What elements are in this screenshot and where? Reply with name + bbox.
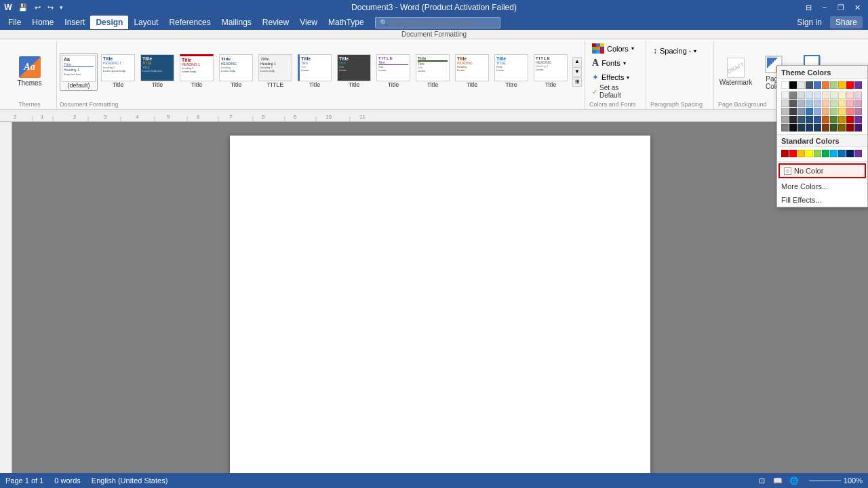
fill-effects-option[interactable]: Fill Effects... — [777, 193, 867, 207]
theme-shade-cell[interactable] — [789, 100, 797, 107]
theme-shade-cell[interactable] — [854, 108, 862, 115]
theme-shade-cell[interactable] — [838, 108, 846, 115]
restore-button[interactable]: ❐ — [833, 1, 849, 14]
theme-shade-cell[interactable] — [814, 116, 821, 123]
standard-color-cell[interactable] — [846, 150, 854, 157]
theme-shade-cell[interactable] — [814, 124, 821, 131]
menu-insert[interactable]: Insert — [59, 16, 90, 29]
qat-customize[interactable]: ▾ — [58, 3, 64, 12]
standard-color-cell[interactable] — [830, 150, 837, 157]
theme-shade-cell[interactable] — [806, 116, 813, 123]
gallery-item-3[interactable]: Title HEADING 1 heading 2 Lorem body Tit… — [178, 53, 216, 91]
theme-shade-cell[interactable] — [814, 100, 821, 107]
theme-shade-cell[interactable] — [781, 100, 789, 107]
gallery-item-4[interactable]: Title Heading heading Lorem body Title — [217, 53, 255, 91]
word-count[interactable]: 0 words — [54, 476, 81, 485]
theme-shade-cell[interactable] — [806, 100, 813, 107]
gallery-item-0[interactable]: Aa Title Heading 1 Body text here (defau… — [60, 53, 98, 91]
theme-shade-cell[interactable] — [838, 92, 846, 99]
theme-shade-cell[interactable] — [846, 108, 854, 115]
theme-shade-cell[interactable] — [806, 108, 813, 115]
theme-shade-cell[interactable] — [797, 116, 805, 123]
gallery-item-7[interactable]: Title Titre Sub Lorem Title — [335, 53, 373, 91]
theme-color-cell[interactable] — [846, 81, 854, 89]
menu-references[interactable]: References — [163, 16, 216, 29]
theme-shade-cell[interactable] — [781, 92, 789, 99]
theme-shade-cell[interactable] — [789, 92, 797, 99]
theme-shade-cell[interactable] — [854, 92, 862, 99]
themes-big-button[interactable]: Aa Themes — [16, 54, 44, 89]
theme-shade-cell[interactable] — [797, 92, 805, 99]
theme-shade-cell[interactable] — [814, 108, 821, 115]
theme-shade-cell[interactable] — [789, 124, 797, 131]
search-input[interactable] — [391, 19, 496, 26]
minimize-button[interactable]: − — [816, 1, 833, 14]
standard-color-cell[interactable] — [854, 150, 862, 157]
theme-shade-cell[interactable] — [846, 116, 854, 123]
ribbon-display-options[interactable]: ⊟ — [800, 1, 816, 14]
gallery-item-12[interactable]: Title HEADING Heading 2 Lorem Title — [532, 53, 570, 91]
close-button[interactable]: ✕ — [849, 1, 865, 14]
theme-shade-cell[interactable] — [806, 124, 813, 131]
menu-design[interactable]: Design — [90, 16, 128, 29]
gallery-scroll-down[interactable]: ▼ — [572, 67, 582, 77]
fonts-button[interactable]: A Fonts ▾ — [589, 56, 637, 70]
gallery-scroll-up[interactable]: ▲ — [572, 57, 582, 66]
theme-shade-cell[interactable] — [854, 100, 862, 107]
standard-color-cell[interactable] — [806, 150, 813, 157]
page-indicator[interactable]: Page 1 of 1 — [5, 476, 43, 485]
theme-color-cell[interactable] — [781, 81, 789, 89]
web-layout-view[interactable]: 🌐 — [787, 475, 801, 486]
theme-shade-cell[interactable] — [830, 92, 837, 99]
standard-color-cell[interactable] — [822, 150, 829, 157]
theme-shade-cell[interactable] — [806, 92, 813, 99]
gallery-item-6[interactable]: Title Titre Sub Lorem Title — [296, 53, 334, 91]
menu-mathtype[interactable]: MathType — [323, 16, 370, 29]
language[interactable]: English (United States) — [92, 476, 168, 485]
theme-shade-cell[interactable] — [781, 116, 789, 123]
qat-undo[interactable]: ↩ — [33, 3, 43, 13]
menu-file[interactable]: File — [3, 16, 26, 29]
standard-color-cell[interactable] — [838, 150, 846, 157]
no-color-option[interactable]: ⊘ No Color — [778, 163, 866, 178]
theme-shade-cell[interactable] — [830, 108, 837, 115]
theme-shade-cell[interactable] — [830, 116, 837, 123]
gallery-item-9[interactable]: Title Titre Sub Lorem Title — [414, 53, 452, 91]
effects-button[interactable]: ✦ Effects ▾ — [589, 71, 637, 83]
menu-layout[interactable]: Layout — [128, 16, 163, 29]
standard-color-cell[interactable] — [797, 150, 805, 157]
theme-color-cell[interactable] — [822, 81, 829, 89]
theme-shade-cell[interactable] — [846, 100, 854, 107]
theme-shade-cell[interactable] — [822, 108, 829, 115]
standard-color-cell[interactable] — [789, 150, 797, 157]
gallery-item-10[interactable]: Title HEADING heading Lorem Title — [453, 53, 491, 91]
gallery-item-2[interactable]: Title TITLE TITLE Lorem body text Title — [138, 53, 176, 91]
qat-redo[interactable]: ↪ — [45, 3, 56, 13]
theme-shade-cell[interactable] — [781, 124, 789, 131]
gallery-item-8[interactable]: Title Titre Sub Lorem Title — [374, 53, 412, 91]
menu-review[interactable]: Review — [257, 16, 294, 29]
qat-save[interactable]: 💾 — [16, 3, 30, 13]
watermark-button[interactable]: DRAFT Watermark — [718, 55, 753, 88]
theme-shade-cell[interactable] — [797, 108, 805, 115]
colors-button[interactable]: Colors ▾ — [589, 42, 637, 55]
theme-color-cell[interactable] — [789, 81, 797, 89]
theme-shade-cell[interactable] — [846, 92, 854, 99]
document-canvas[interactable] — [12, 122, 868, 473]
theme-shade-cell[interactable] — [838, 124, 846, 131]
theme-color-cell[interactable] — [854, 81, 862, 89]
theme-shade-cell[interactable] — [854, 124, 862, 131]
gallery-item-11[interactable]: Title TITLE Body Lorem Titre — [492, 53, 530, 91]
more-colors-option[interactable]: More Colors... — [777, 180, 867, 193]
theme-shade-cell[interactable] — [838, 100, 846, 107]
zoom-slider[interactable]: ────── — [809, 476, 841, 485]
theme-shade-cell[interactable] — [781, 108, 789, 115]
theme-shade-cell[interactable] — [797, 100, 805, 107]
print-layout-view[interactable]: ⊡ — [755, 475, 768, 486]
theme-shade-cell[interactable] — [822, 100, 829, 107]
theme-color-cell[interactable] — [830, 81, 837, 89]
theme-shade-cell[interactable] — [789, 116, 797, 123]
menu-view[interactable]: View — [294, 16, 323, 29]
gallery-expand[interactable]: ⊞ — [572, 77, 582, 87]
standard-color-cell[interactable] — [814, 150, 821, 157]
